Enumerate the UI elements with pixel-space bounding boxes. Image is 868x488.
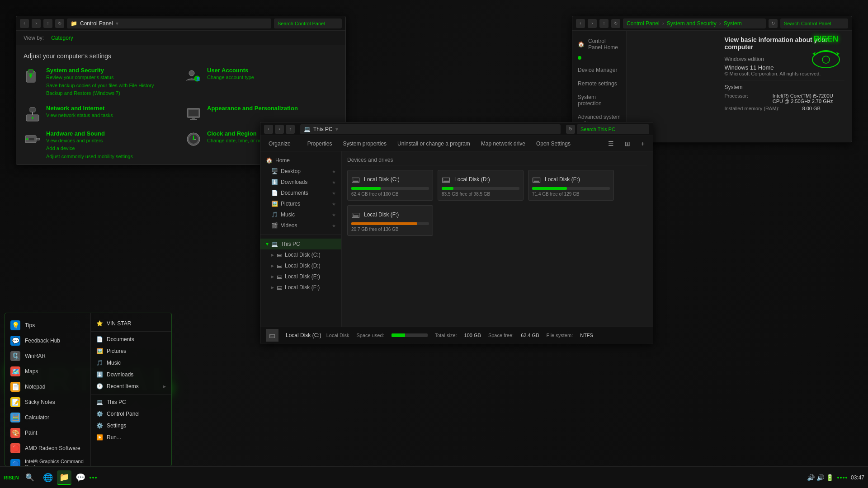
hardware-link2[interactable]: Add a device [46, 145, 133, 153]
start-item-sticky-notes[interactable]: 📝 Sticky Notes [5, 394, 90, 410]
volume-tray-icon[interactable]: 🔊 [816, 474, 824, 481]
sidebar-item-device-manager[interactable]: Device Manager [572, 63, 626, 77]
tree-this-pc[interactable]: ▾ 💻 This PC [260, 239, 341, 249]
start-item-amd[interactable]: 🔴 AMD Radeon Software [5, 441, 90, 456]
drive-d-name: Local Disk (D:) [454, 176, 490, 183]
hardware-link1[interactable]: View devices and printers [46, 137, 133, 145]
nav-home[interactable]: 🏠 Home [260, 155, 341, 166]
sys-sec-breadcrumb[interactable]: System and Security [667, 20, 717, 27]
user-accounts-heading[interactable]: User Accounts [207, 67, 254, 74]
uninstall-btn[interactable]: Uninstall or change a program [393, 139, 475, 149]
system-security-link1[interactable]: Review your computer's status [46, 74, 154, 82]
start-item-paint[interactable]: 🎨 Paint [5, 425, 90, 441]
sys-nav-up[interactable]: ↑ [599, 19, 609, 28]
sidebar-item-home[interactable]: 🏠 Control Panel Home [572, 34, 626, 54]
network-tray-icon[interactable]: 🔊 [807, 474, 815, 481]
nav-music[interactable]: 🎵 Music ★ [260, 209, 341, 220]
nav-documents[interactable]: 📄 Documents ★ [260, 188, 341, 198]
sys-search[interactable]: Search Control Panel [780, 19, 848, 28]
drive-e-card[interactable]: 🖴 Local Disk (E:) 71.4 GB free of 129 GB [528, 170, 614, 201]
open-settings-btn[interactable]: Open Settings [532, 139, 575, 149]
cp-toolbar: View by: Category [16, 31, 345, 45]
tree-local-e[interactable]: ▸ 🖴 Local Disk (E:) [260, 271, 341, 282]
system-props-btn[interactable]: System properties [338, 139, 391, 149]
start-item-maps[interactable]: 🗺️ Maps [5, 364, 90, 379]
right-item-documents[interactable]: 📄 Documents [91, 333, 171, 345]
nav-forward[interactable]: › [32, 19, 41, 28]
refresh-btn[interactable]: ↻ [55, 19, 64, 28]
start-item-calculator[interactable]: 🧮 Calculator [5, 410, 90, 425]
hardware-heading[interactable]: Hardware and Sound [46, 130, 133, 137]
right-item-controlpanel[interactable]: ⚙️ Control Panel [91, 408, 171, 420]
nav-desktop[interactable]: 🖥️ Desktop ★ [260, 166, 341, 177]
system-security-link2[interactable]: Save backup copies of your files with Fi… [46, 82, 154, 90]
right-item-settings[interactable]: ⚙️ Settings [91, 420, 171, 432]
taskbar-icon-teams[interactable]: 💬 [73, 470, 88, 485]
system-security-heading[interactable]: System and Security [46, 67, 154, 74]
exp-search[interactable]: Search This PC [577, 124, 649, 134]
right-item-pictures[interactable]: 🖼️ Pictures [91, 345, 171, 357]
new-folder-btn[interactable]: + [637, 138, 649, 149]
status-bar: 🖴 Local Disk (C:) Local Disk Space used:… [260, 327, 653, 343]
sidebar-item-remote[interactable]: Remote settings [572, 77, 626, 90]
tree-local-c[interactable]: ▸ 🖴 Local Disk (C:) [260, 249, 341, 260]
tree-local-d[interactable]: ▸ 🖴 Local Disk (D:) [260, 260, 341, 271]
right-item-music[interactable]: 🎵 Music [91, 357, 171, 369]
view-mode[interactable]: Category [51, 35, 73, 41]
sys-refresh2[interactable]: ↻ [769, 19, 778, 28]
taskbar-icon-edge[interactable]: 🌐 [41, 470, 55, 485]
taskbar-risen-logo[interactable]: RISEN [4, 475, 19, 480]
sys-nav-forward[interactable]: › [588, 19, 597, 28]
start-item-notepad[interactable]: 📄 Notepad [5, 379, 90, 394]
nav-pictures[interactable]: 🖼️ Pictures ★ [260, 198, 341, 209]
exp-search-text: Search This PC [580, 127, 615, 132]
start-item-intel[interactable]: 🔵 Intel® Graphics Command Center [5, 456, 90, 466]
nav-videos[interactable]: 🎬 Videos ★ [260, 220, 341, 231]
system-security-link3[interactable]: Backup and Restore (Windows 7) [46, 89, 154, 98]
drive-f-card[interactable]: 🖴 Local Disk (F:) 20.7 GB free of 136 GB [347, 205, 433, 236]
battery-tray-icon[interactable]: 🔋 [826, 474, 834, 481]
exp-nav-up[interactable]: ↑ [286, 125, 295, 134]
status-drive-label: Local Disk (C:) Local Disk [286, 332, 349, 338]
start-item-tips[interactable]: 💡 Tips [5, 318, 90, 333]
drive-d-card[interactable]: 🖴 Local Disk (D:) 83.5 GB free of 98.5 G… [438, 170, 524, 201]
nav-downloads[interactable]: ⬇️ Downloads ★ [260, 177, 341, 188]
sidebar-item-system-protection[interactable]: System protection [572, 90, 626, 110]
exp-nav-back[interactable]: ‹ [264, 125, 273, 134]
sys-address-bar[interactable]: Control Panel › System and Security › Sy… [623, 19, 766, 28]
sys-nav-back[interactable]: ‹ [576, 19, 585, 28]
nav-back[interactable]: ‹ [20, 19, 29, 28]
sys-refresh[interactable]: ↻ [611, 19, 620, 28]
nav-up[interactable]: ↑ [43, 19, 52, 28]
hardware-link3[interactable]: Adjust commonly used mobility settings [46, 153, 133, 161]
right-item-vinstar[interactable]: ⭐ VIN STAR [91, 318, 171, 329]
drive-c-card[interactable]: 🖴 Local Disk (C:) 62.4 GB free of 100 GB [347, 170, 433, 201]
cp-breadcrumb[interactable]: Control Panel [627, 20, 660, 27]
devices-label: Devices and drives [347, 157, 393, 163]
taskbar-icon-explorer[interactable]: 📁 [57, 470, 71, 485]
map-drive-btn[interactable]: Map network drive [476, 139, 530, 149]
right-item-run[interactable]: ▶️ Run... [91, 432, 171, 443]
view-list-btn[interactable]: ☰ [604, 138, 618, 149]
exp-nav-forward[interactable]: › [275, 125, 284, 134]
view-grid-btn[interactable]: ⊞ [620, 138, 635, 149]
search-bar[interactable]: Search Control Panel [274, 19, 342, 28]
right-item-downloads[interactable]: ⬇️ Downloads [91, 369, 171, 380]
network-link1[interactable]: View network status and tasks [46, 112, 113, 120]
exp-address-bar[interactable]: 💻 This PC ▾ [300, 124, 561, 134]
appearance-heading[interactable]: Appearance and Personalization [207, 105, 298, 112]
organize-btn[interactable]: Organize [264, 139, 295, 149]
user-accounts-link1[interactable]: Change account type [207, 74, 254, 82]
exp-refresh[interactable]: ↻ [566, 125, 575, 134]
right-item-thispc[interactable]: 💻 This PC [91, 396, 171, 408]
tree-local-f[interactable]: ▸ 🖴 Local Disk (F:) [260, 282, 341, 293]
address-bar[interactable]: 📁 Control Panel ▾ [67, 19, 271, 28]
system-breadcrumb[interactable]: System [724, 20, 742, 27]
local-disk-e-label: Local Disk (E:) [285, 273, 320, 280]
taskbar-search-icon[interactable]: 🔍 [23, 470, 37, 485]
start-item-feedback[interactable]: 💬 Feedback Hub [5, 333, 90, 348]
start-item-winrar[interactable]: 🗜️ WinRAR [5, 348, 90, 364]
right-item-recent[interactable]: 🕐 Recent Items ▸ [91, 380, 171, 392]
properties-btn[interactable]: Properties [303, 139, 337, 149]
network-heading[interactable]: Network and Internet [46, 105, 113, 112]
